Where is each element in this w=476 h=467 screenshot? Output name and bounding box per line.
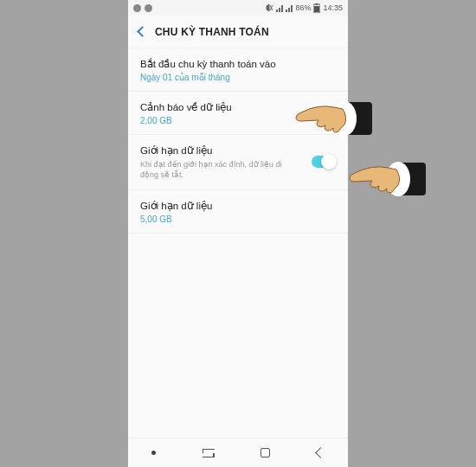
page-title: CHU KỲ THANH TOÁN [155,26,269,38]
item-description: Khi đạt đến giới hạn xác định, dữ liệu d… [140,159,287,180]
item-title: Giới hạn dữ liệu [140,144,336,157]
status-left [133,4,152,12]
battery-icon [313,3,320,13]
signal-icon [276,4,283,12]
item-subtitle: 5,00 GB [140,214,336,224]
data-limit-toggle-item[interactable]: Giới hạn dữ liệu Khi đạt đến giới hạn xá… [128,135,348,189]
pointer-hand-icon [293,93,372,142]
battery-text: 86% [295,3,311,12]
phone-frame: 86% 14:35 CHU KỲ THANH TOÁN Bắt đầu chu … [128,0,348,467]
svg-rect-2 [314,6,319,12]
nav-back-icon[interactable] [315,447,326,458]
billing-cycle-item[interactable]: Bắt đầu chu kỳ thanh toán vào Ngày 01 củ… [128,48,348,92]
signal-icon [286,4,293,12]
nav-recent-icon[interactable] [203,449,215,457]
notification-icon [145,4,152,12]
nav-home-icon[interactable] [261,448,270,457]
nav-bixby-icon[interactable] [151,451,156,455]
toggle-knob [321,154,337,170]
svg-rect-1 [316,3,318,5]
item-subtitle: Ngày 01 của mỗi tháng [140,73,336,82]
app-header: CHU KỲ THANH TOÁN [128,16,348,48]
data-limit-value-item[interactable]: Giới hạn dữ liệu 5,00 GB [128,190,348,234]
pointer-hand-icon [346,154,426,202]
notification-icon [133,4,141,12]
mute-icon [265,3,273,12]
nav-bar [128,438,348,467]
item-title: Bắt đầu chu kỳ thanh toán vào [140,57,336,71]
status-bar: 86% 14:35 [128,0,348,16]
item-title: Giới hạn dữ liệu [140,199,336,213]
back-icon[interactable] [137,26,148,37]
clock-text: 14:35 [323,3,343,12]
data-limit-toggle[interactable] [312,156,336,168]
status-right: 86% 14:35 [265,3,343,13]
